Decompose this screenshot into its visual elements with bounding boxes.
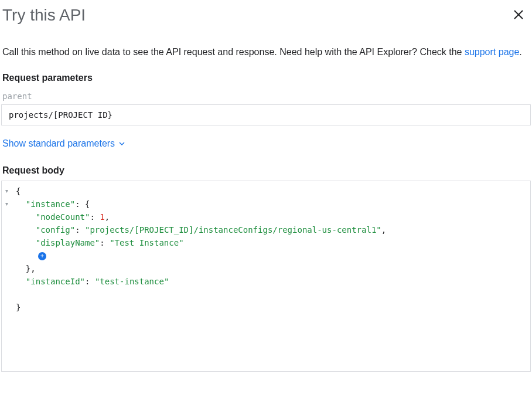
support-page-link[interactable]: support page — [465, 47, 519, 57]
editor-gutter: ▾ ▾ — [2, 181, 11, 371]
json-key-nodecount: "nodeCount" — [36, 212, 90, 222]
request-body-editor[interactable]: ▾ ▾ { "instance": { "nodeCount": 1, "con… — [1, 181, 531, 372]
request-body-heading: Request body — [0, 165, 532, 176]
json-value-instanceid: "test-instance" — [95, 277, 169, 286]
parent-param-label: parent — [0, 91, 532, 101]
json-code-area[interactable]: { "instance": { "nodeCount": 1, "config"… — [11, 181, 530, 371]
page-title: Try this API — [2, 6, 86, 25]
show-standard-label: Show standard parameters — [2, 138, 115, 149]
json-key-instanceid: "instanceId" — [26, 277, 85, 286]
json-key-displayname: "displayName" — [36, 238, 100, 247]
json-key-config: "config" — [36, 225, 75, 235]
fold-arrow-icon[interactable]: ▾ — [2, 185, 11, 198]
chevron-down-icon — [118, 140, 125, 147]
add-property-button[interactable]: + — [38, 252, 46, 260]
close-icon[interactable] — [513, 6, 530, 23]
request-parameters-heading: Request parameters — [0, 73, 532, 83]
description-text: Call this method on live data to see the… — [0, 45, 532, 60]
description-before: Call this method on live data to see the… — [2, 47, 465, 57]
fold-arrow-icon[interactable]: ▾ — [2, 198, 11, 210]
parent-input[interactable] — [1, 104, 531, 125]
description-after: . — [519, 47, 521, 57]
json-value-config: "projects/[PROJECT_ID]/instanceConfigs/r… — [85, 225, 381, 235]
show-standard-parameters-link[interactable]: Show standard parameters — [0, 138, 532, 149]
json-value-nodecount: 1 — [100, 212, 104, 222]
json-value-displayname: "Test Instance" — [110, 238, 183, 247]
json-key-instance: "instance" — [26, 199, 75, 209]
